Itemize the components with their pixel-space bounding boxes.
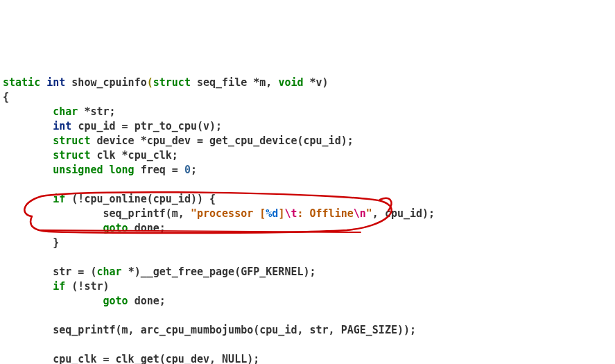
keyword-long: long [110,164,135,176]
decl-freq: freq = [141,164,178,176]
keyword-struct2: struct [53,135,90,147]
line-1: static int show_cpuinfo(struct seq_file … [3,76,329,89]
assign-str-open: str = ( [53,266,96,278]
keyword-goto1: goto [103,222,128,234]
semi: ; [191,164,197,176]
keyword-char2: char [96,266,121,278]
code-block: static int show_cpuinfo(struct seq_file … [0,58,615,364]
str-proc-open: "processor [ [191,207,266,220]
str-offline: : Offline [297,207,353,220]
cond-online: (!cpu_online(cpu_id)) { [71,193,216,205]
type-int: int [46,76,65,89]
keyword-goto2: goto [103,295,128,307]
decl-cpuclk: clk *cpu_clk; [96,149,177,162]
call-seqprintf1: seq_printf(m, [103,207,184,220]
fmt-d1: %d [266,207,278,220]
keyword-void: void [278,76,303,89]
call-seqprintf2: seq_printf(m, arc_cpu_mumbojumbo(cpu_id,… [53,324,416,336]
decl-cpudev: device *cpu_dev = get_cpu_device(cpu_id)… [96,135,353,147]
assign-str-close: *)__get_free_page(GFP_KERNEL); [128,266,316,278]
keyword-struct3: struct [53,149,90,162]
keyword-if1: if [53,193,65,205]
esc-n1: \n [354,207,366,220]
line-2: { [3,91,9,103]
str-end1: " [366,207,372,220]
keyword-char: char [53,105,78,118]
num-zero: 0 [184,164,191,176]
args-cpuid1: , cpu_id); [372,207,435,220]
param-v: *v) [310,76,329,89]
func-name: show_cpuinfo [71,76,146,89]
keyword-if2: if [53,280,65,293]
keyword-unsigned: unsigned [53,164,103,176]
decl-str: *str; [84,105,115,118]
keyword-static: static [3,76,40,89]
brace-close1: } [53,236,59,249]
call-clkget: cpu_clk = clk_get(cpu_dev, NULL); [53,353,259,364]
decl-cpuid: cpu_id = ptr_to_cpu(v); [78,120,222,132]
label-done2: done; [135,295,166,307]
type-int2: int [53,120,71,132]
esc-t1: \t [284,207,297,220]
keyword-struct: struct [153,76,191,89]
label-done1: done; [135,222,166,234]
cond-str: (!str) [71,280,109,293]
param-m: seq_file *m, [197,76,272,89]
